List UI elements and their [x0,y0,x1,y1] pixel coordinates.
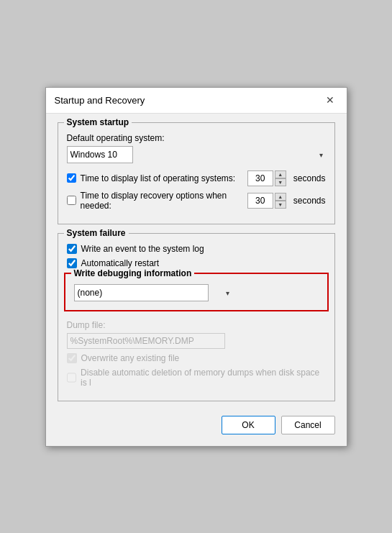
system-startup-label: System startup [64,117,132,127]
time-recovery-row: Time to display recovery options when ne… [67,191,326,211]
dialog-body: System startup Default operating system:… [46,114,347,446]
write-event-label[interactable]: Write an event to the system log [81,244,204,254]
dropdown-arrow-icon: ▾ [319,150,323,158]
default-os-dropdown[interactable]: Windows 10 [67,146,133,163]
system-failure-label: System failure [64,228,129,238]
system-startup-content: Default operating system: Windows 10 ▾ T… [67,133,326,211]
time-recovery-suffix: seconds [293,196,326,206]
time-recovery-spin-down[interactable]: ▼ [275,201,286,209]
dump-file-input[interactable] [67,333,225,349]
debugging-dropdown-arrow-icon: ▾ [226,288,229,296]
time-display-os-spinbox: ▲ ▼ [247,170,286,186]
dump-file-label: Dump file: [67,320,326,330]
overwrite-row: Overwrite any existing file [67,353,326,363]
close-button[interactable]: ✕ [322,92,338,108]
time-recovery-spin-up[interactable]: ▲ [275,193,286,201]
time-display-os-checkbox[interactable] [67,173,76,183]
time-display-os-label[interactable]: Time to display list of operating system… [81,173,243,183]
time-display-os-suffix: seconds [293,173,326,183]
dialog-title: Startup and Recovery [55,95,145,106]
disable-delete-label[interactable]: Disable automatic deletion of memory dum… [81,368,325,388]
write-debugging-content: (none) Small memory dump (256 KB) Kernel… [74,284,319,301]
time-recovery-label[interactable]: Time to display recovery options when ne… [81,191,243,211]
startup-recovery-dialog: Startup and Recovery ✕ System startup De… [45,87,347,447]
system-startup-section: System startup Default operating system:… [58,122,335,224]
debugging-dropdown[interactable]: (none) Small memory dump (256 KB) Kernel… [74,284,209,301]
default-os-dropdown-wrapper: Windows 10 ▾ [67,146,326,163]
system-failure-content: Write an event to the system log Automat… [67,244,326,388]
debugging-dropdown-wrapper: (none) Small memory dump (256 KB) Kernel… [74,284,232,301]
close-icon: ✕ [326,94,334,106]
time-recovery-spinbox: ▲ ▼ [247,193,286,209]
disable-delete-checkbox[interactable] [67,373,77,383]
auto-restart-row: Automatically restart [67,258,326,268]
auto-restart-checkbox[interactable] [67,258,77,268]
time-recovery-spin-buttons: ▲ ▼ [275,193,286,209]
write-event-checkbox[interactable] [67,244,77,254]
time-recovery-checkbox[interactable] [67,196,76,205]
time-display-os-spin-down[interactable]: ▼ [275,178,286,186]
dump-file-container: Dump file: [67,320,326,353]
overwrite-label[interactable]: Overwrite any existing file [81,353,180,363]
buttons-row: OK Cancel [58,410,335,434]
write-debugging-label: Write debugging information [71,268,195,278]
write-debugging-section: Write debugging information (none) Small… [64,273,329,311]
overwrite-checkbox[interactable] [67,353,77,363]
disable-delete-row: Disable automatic deletion of memory dum… [67,368,326,388]
time-display-os-row: Time to display list of operating system… [67,170,326,186]
ok-button[interactable]: OK [222,416,275,434]
time-display-os-spin-buttons: ▲ ▼ [275,170,286,186]
write-event-row: Write an event to the system log [67,244,326,254]
system-failure-section: System failure Write an event to the sys… [58,233,335,401]
title-bar: Startup and Recovery ✕ [46,88,347,114]
time-display-os-spin-up[interactable]: ▲ [275,170,286,178]
cancel-button[interactable]: Cancel [281,416,335,434]
default-os-label: Default operating system: [67,133,326,143]
time-display-os-input[interactable] [247,170,273,186]
time-recovery-input[interactable] [247,193,273,209]
auto-restart-label[interactable]: Automatically restart [81,258,160,268]
